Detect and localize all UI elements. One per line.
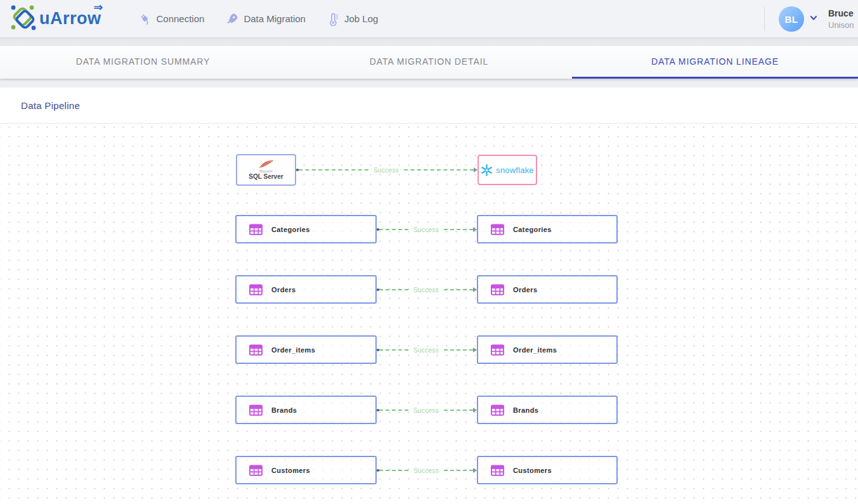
table-node-label: Brands — [513, 406, 538, 414]
user-name: Bruce — [828, 8, 854, 18]
table-icon — [249, 344, 263, 356]
edge-table-orders: Success — [377, 286, 477, 294]
page-title: Data Pipeline — [21, 100, 80, 111]
header-divider — [764, 7, 765, 31]
table-node-label: Categories — [271, 226, 310, 233]
table-node-label: Order_items — [513, 346, 557, 354]
table-icon — [249, 404, 263, 417]
user-menu: BL Bruce Unison — [764, 0, 854, 38]
table-icon — [490, 223, 505, 236]
tab-bar: DATA MIGRATION SUMMARY DATA MIGRATION DE… — [0, 46, 858, 79]
nav-label: Data Migration — [244, 13, 306, 24]
tabs-shadow-band — [0, 79, 858, 87]
table-node-target-customers[interactable]: Customers — [477, 456, 618, 484]
edge-dashed-line — [444, 349, 473, 351]
header-shadow-band — [0, 38, 858, 46]
app-logo[interactable]: uArrow⇒ — [9, 3, 101, 35]
edge-table-brands: Success — [377, 406, 477, 414]
edge-status-label: Success — [408, 407, 444, 414]
edge-dashed-line — [404, 169, 474, 171]
table-icon — [249, 464, 263, 477]
edge-dashed-line — [299, 169, 368, 171]
logo-arrow-glyph: ⇒ — [94, 1, 103, 14]
tab-data-migration-summary[interactable]: DATA MIGRATION SUMMARY — [0, 46, 286, 79]
table-node-source-order-items[interactable]: Order_items — [235, 335, 377, 364]
tab-data-migration-lineage[interactable]: DATA MIGRATION LINEAGE — [572, 46, 858, 79]
edge-dashed-line — [444, 289, 473, 290]
table-node-label: Orders — [271, 286, 296, 294]
rocket-icon — [226, 12, 239, 25]
table-node-label: Categories — [513, 226, 552, 233]
source-node-sqlserver[interactable]: Microsoft SQL Server — [236, 154, 296, 186]
table-node-target-order-items[interactable]: Order_items — [477, 335, 618, 364]
edge-dashed-line — [379, 289, 408, 290]
table-node-source-brands[interactable]: Brands — [235, 396, 377, 424]
edge-status-label: Success — [368, 167, 404, 174]
user-names: Bruce Unison — [828, 8, 854, 30]
snowflake-logo-icon — [481, 164, 493, 176]
chevron-down-icon[interactable] — [809, 13, 818, 25]
edge-status-label: Success — [408, 347, 444, 354]
edge-dashed-line — [379, 470, 408, 471]
edge-dashed-line — [444, 410, 473, 411]
table-node-label: Customers — [513, 467, 552, 474]
source-node-label: SQL Server — [249, 173, 283, 180]
sqlserver-logo-icon — [258, 160, 275, 169]
nav-label: Connection — [157, 13, 205, 24]
table-node-source-orders[interactable]: Orders — [235, 275, 377, 304]
tab-data-migration-detail[interactable]: DATA MIGRATION DETAIL — [286, 46, 572, 79]
table-node-source-categories[interactable]: Categories — [235, 215, 377, 243]
nav-item-data-migration[interactable]: Data Migration — [226, 12, 306, 25]
table-icon — [490, 283, 505, 296]
edge-dashed-line — [379, 349, 408, 351]
title-bar: Data Pipeline — [0, 87, 858, 124]
table-icon — [249, 223, 263, 236]
table-node-label: Customers — [271, 467, 310, 474]
table-icon — [249, 283, 263, 296]
edge-source-target: Success — [296, 166, 478, 174]
lineage-canvas[interactable]: Microsoft SQL Server Success snowflake C… — [0, 124, 858, 501]
edge-status-label: Success — [408, 226, 444, 233]
plug-icon — [138, 12, 152, 26]
table-node-target-categories[interactable]: Categories — [477, 215, 618, 243]
table-node-label: Order_items — [271, 346, 315, 354]
table-icon — [490, 464, 505, 477]
edge-dashed-line — [444, 470, 473, 471]
main-nav: Connection Data Migration — [138, 12, 379, 26]
avatar[interactable]: BL — [779, 6, 804, 32]
edge-status-label: Success — [408, 287, 444, 294]
table-node-target-brands[interactable]: Brands — [477, 396, 618, 424]
table-node-target-orders[interactable]: Orders — [477, 275, 618, 304]
nav-label: Job Log — [344, 13, 378, 24]
thermometer-icon — [327, 12, 340, 26]
table-node-source-customers[interactable]: Customers — [235, 456, 377, 484]
nav-item-connection[interactable]: Connection — [138, 12, 205, 26]
edge-dashed-line — [444, 229, 473, 230]
uarrow-logo-icon — [9, 3, 38, 35]
table-icon — [490, 404, 505, 417]
table-node-label: Orders — [513, 286, 537, 294]
edge-dashed-line — [379, 410, 408, 411]
logo-wordmark: uArrow⇒ — [39, 9, 101, 29]
edge-dashed-line — [379, 229, 408, 230]
edge-status-label: Success — [408, 467, 444, 474]
edge-table-categories: Success — [377, 226, 477, 233]
app-header: uArrow⇒ Connection — [0, 0, 858, 38]
user-org: Unison — [828, 20, 854, 30]
nav-item-job-log[interactable]: Job Log — [327, 12, 378, 26]
edge-table-order-items: Success — [377, 346, 477, 354]
edge-table-customers: Success — [377, 467, 477, 474]
target-node-label: snowflake — [496, 165, 534, 175]
table-node-label: Brands — [271, 406, 297, 414]
table-icon — [490, 344, 505, 356]
target-node-snowflake[interactable]: snowflake — [478, 155, 537, 185]
